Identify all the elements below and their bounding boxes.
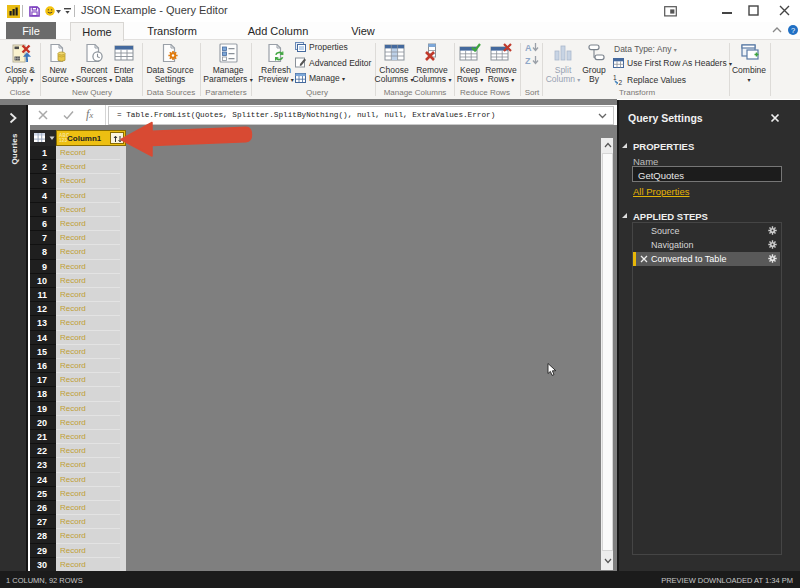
svg-text:?: ? bbox=[791, 26, 795, 35]
svg-text:A: A bbox=[525, 43, 532, 53]
svg-text:Z: Z bbox=[525, 56, 531, 66]
svg-text:1: 1 bbox=[613, 74, 617, 81]
svg-text:2: 2 bbox=[619, 79, 623, 86]
